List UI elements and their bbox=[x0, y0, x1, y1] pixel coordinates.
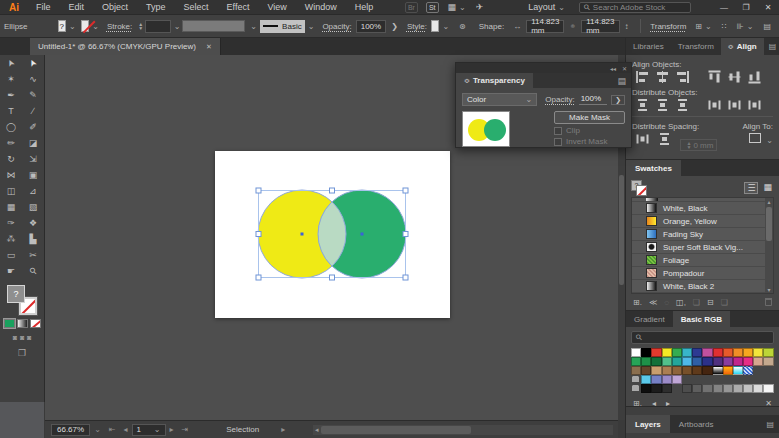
swatch-options-icon[interactable]: ◌ bbox=[664, 298, 669, 307]
scroll-left-icon[interactable]: ◂ bbox=[313, 426, 321, 434]
color-swatch[interactable] bbox=[763, 384, 773, 393]
tool-button[interactable]: ✎ bbox=[22, 87, 44, 103]
first-artboard-icon[interactable]: ⇤ bbox=[109, 425, 116, 434]
color-swatch[interactable] bbox=[662, 348, 672, 357]
tab-gradient[interactable]: Gradient bbox=[626, 311, 673, 327]
tab-artboards[interactable]: Artboards bbox=[670, 415, 723, 433]
menu-item[interactable]: Edit bbox=[60, 2, 94, 12]
clip-checkbox[interactable]: Clip bbox=[554, 126, 580, 135]
document-setup-icon[interactable]: ⊪⌄ bbox=[737, 22, 754, 31]
zoom-chevron-icon[interactable]: ⌄ bbox=[94, 425, 101, 434]
color-swatch[interactable] bbox=[631, 357, 641, 366]
align-top-button[interactable] bbox=[708, 71, 720, 84]
distribute-top-button[interactable] bbox=[636, 99, 649, 111]
color-swatch[interactable] bbox=[672, 357, 682, 366]
next-swatch-icon[interactable]: ▸ bbox=[666, 399, 670, 408]
swatch-list-scrollbar[interactable]: ▴ ▾ bbox=[765, 198, 773, 293]
color-swatch[interactable] bbox=[723, 357, 733, 366]
opacity-options-arrow-icon[interactable]: ❯ bbox=[391, 22, 398, 31]
scrollbar-thumb[interactable] bbox=[766, 207, 772, 241]
color-swatch[interactable] bbox=[651, 384, 661, 393]
make-mask-button[interactable]: Make Mask bbox=[554, 111, 625, 124]
stroke-weight-label[interactable]: Stroke: bbox=[107, 22, 132, 31]
tool-button[interactable]: ∿ bbox=[22, 71, 44, 87]
scroll-up-icon[interactable]: ▴ bbox=[767, 198, 770, 205]
transform-label[interactable]: Transform bbox=[650, 22, 686, 31]
align-to-artboard-icon[interactable] bbox=[749, 133, 761, 143]
tool-button[interactable]: T bbox=[0, 103, 22, 119]
align-options-icon[interactable]: ∷ bbox=[722, 22, 727, 31]
fill-stroke-indicator[interactable]: ? bbox=[7, 285, 37, 315]
stroke-weight-field[interactable] bbox=[145, 20, 171, 33]
tab-transparency[interactable]: ≎ Transparency bbox=[456, 73, 533, 88]
vertical-scrollbar-thumb[interactable] bbox=[619, 175, 624, 285]
close-panel-icon[interactable]: ✕ bbox=[622, 65, 627, 72]
tool-button[interactable]: ⊿ bbox=[22, 183, 44, 199]
shape-height-field[interactable]: 114.823 mm bbox=[581, 20, 619, 33]
color-swatch[interactable] bbox=[733, 366, 743, 375]
brush-definition-dropdown[interactable]: Basic bbox=[260, 20, 305, 33]
constrain-proportions-icon[interactable]: ⚭ bbox=[569, 22, 576, 31]
color-swatch[interactable] bbox=[682, 366, 692, 375]
color-swatch[interactable] bbox=[631, 375, 641, 384]
style-chevron-icon[interactable]: ⌄ bbox=[442, 22, 449, 31]
tool-button[interactable]: ▙ bbox=[22, 231, 44, 247]
tab-layers[interactable]: Layers bbox=[626, 415, 670, 433]
color-swatch[interactable] bbox=[631, 348, 641, 357]
menu-item[interactable]: Effect bbox=[218, 2, 259, 12]
fill-chevron-icon[interactable]: ⌄ bbox=[69, 22, 76, 31]
profile-chevron-icon[interactable]: ⌄ bbox=[250, 22, 257, 31]
color-swatch[interactable] bbox=[713, 366, 723, 375]
color-swatch[interactable] bbox=[641, 384, 651, 393]
color-swatch[interactable] bbox=[651, 375, 661, 384]
screen-mode-button[interactable]: ❐ bbox=[0, 348, 44, 358]
menu-item[interactable]: Type bbox=[137, 2, 175, 12]
color-swatch[interactable] bbox=[713, 348, 723, 357]
menu-item[interactable]: File bbox=[27, 2, 60, 12]
document-tab[interactable]: Untitled-1* @ 66.67% (CMYK/GPU Preview) … bbox=[30, 38, 221, 55]
tab-swatches[interactable]: Swatches bbox=[626, 160, 681, 176]
stroke-swatch[interactable] bbox=[81, 20, 89, 32]
panel-menu-icon[interactable]: ▤ bbox=[612, 76, 631, 86]
stroke-weight-chevron-icon[interactable]: ⌄ bbox=[174, 22, 181, 31]
color-swatch[interactable] bbox=[641, 366, 651, 375]
variable-width-profile-dropdown[interactable] bbox=[182, 20, 245, 32]
tool-button[interactable]: ▭ bbox=[0, 247, 22, 263]
style-label[interactable]: Style: bbox=[407, 22, 427, 31]
tool-button[interactable]: ⚲ bbox=[22, 263, 44, 279]
tab-basic-rgb[interactable]: Basic RGB bbox=[673, 311, 730, 327]
tool-button[interactable]: ➤ bbox=[22, 55, 44, 71]
distribute-right-button[interactable] bbox=[748, 99, 760, 112]
swatch-row[interactable]: Orange, Yellow bbox=[632, 215, 773, 228]
color-swatch[interactable] bbox=[763, 357, 773, 366]
align-horizontal-center-button[interactable] bbox=[656, 71, 669, 83]
color-swatch[interactable] bbox=[631, 366, 641, 375]
color-swatch[interactable] bbox=[651, 348, 661, 357]
color-swatch[interactable] bbox=[763, 348, 773, 357]
tool-button[interactable]: ✐ bbox=[22, 119, 44, 135]
object-thumbnail[interactable] bbox=[462, 111, 510, 147]
swatch-row[interactable]: White, Black bbox=[632, 202, 773, 215]
color-swatch[interactable] bbox=[753, 348, 763, 357]
tool-button[interactable]: ▣ bbox=[22, 167, 44, 183]
color-swatch[interactable] bbox=[723, 384, 733, 393]
swatch-row[interactable]: Foliage bbox=[632, 254, 773, 267]
tool-button[interactable]: ❖ bbox=[22, 215, 44, 231]
horizontal-scrollbar[interactable]: ◂ bbox=[313, 425, 613, 435]
color-swatch[interactable] bbox=[672, 375, 682, 384]
color-swatch[interactable] bbox=[723, 348, 733, 357]
artboard-navigation-field[interactable]: 1⌄ bbox=[132, 424, 166, 436]
transparency-opacity-field[interactable]: 100% bbox=[579, 94, 607, 105]
color-swatch[interactable] bbox=[641, 357, 651, 366]
color-swatch[interactable] bbox=[631, 384, 641, 393]
brush-chevron-icon[interactable]: ⌄ bbox=[308, 22, 315, 31]
blend-mode-select[interactable]: Color⌄ bbox=[462, 93, 537, 106]
draw-inside-icon[interactable]: ◙ bbox=[27, 334, 31, 341]
close-tab-icon[interactable]: ✕ bbox=[206, 43, 212, 51]
color-swatch[interactable] bbox=[662, 375, 672, 384]
gradient-button[interactable] bbox=[17, 319, 28, 328]
color-swatch[interactable] bbox=[692, 384, 702, 393]
tool-button[interactable]: ⇲ bbox=[22, 151, 44, 167]
tool-button[interactable]: ▧ bbox=[22, 199, 44, 215]
align-bottom-button[interactable] bbox=[748, 71, 760, 84]
